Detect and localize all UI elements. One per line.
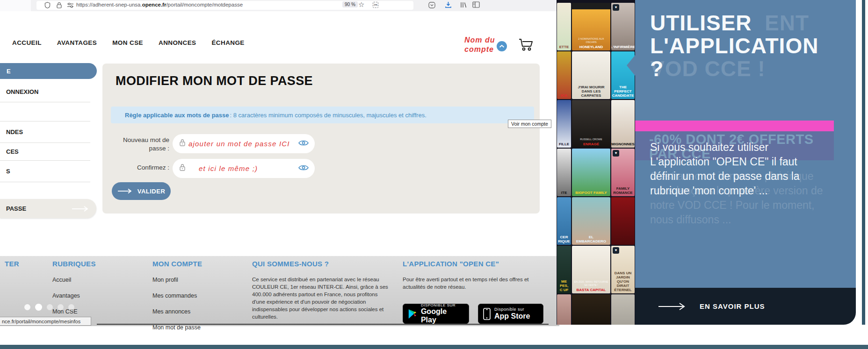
password-rule-info: Règle applicable aux mots de passe : 8 c…	[111, 107, 534, 123]
poster-title: EL EMBARCADERO	[573, 235, 609, 243]
permissions-icon[interactable]	[67, 2, 74, 10]
poster-item[interactable]	[611, 197, 635, 245]
lock-icon[interactable]	[57, 2, 62, 10]
account-name[interactable]: Nom ducompte	[464, 36, 495, 54]
promo-body-line: Si vous souhaitez utiliser	[650, 140, 800, 155]
sidebar-active-label: E	[7, 68, 11, 75]
poster-grid: ette2 NOMINATIONS AUX OSCARSHONEYLAND♥L'…	[557, 3, 635, 325]
sidebar-item-ces[interactable]: CES	[0, 143, 90, 161]
footer-moncompte-list: Mon profilMes commandesMes annoncesMon m…	[152, 277, 201, 340]
poster-title: HONEYLAND	[579, 45, 603, 49]
poster-mignonnes[interactable]: MIGNONNES	[611, 100, 635, 148]
pocket-icon[interactable]	[428, 2, 435, 10]
google-play-badge[interactable]: DISPONIBLE SURGoogle Play	[403, 304, 469, 324]
nav-item-accueil[interactable]: ACCUEIL	[12, 39, 42, 46]
download-icon[interactable]	[445, 1, 452, 10]
poster-j-irai-mourir-dans-les-carpates[interactable]: J'irai mourir dans les CarpAtes	[572, 51, 610, 99]
link-tooltip: Voir mon compte	[508, 120, 551, 128]
poster-title: ette	[559, 45, 569, 49]
poster-madre[interactable]: madre	[611, 294, 635, 325]
ghost-body-line: nous diffusons ...	[650, 213, 823, 227]
lock-icon	[179, 139, 186, 149]
new-password-field[interactable]: ajouter un mot de passe ICI	[173, 134, 315, 153]
submit-button[interactable]: VALIDER	[112, 182, 171, 200]
sidebar-menu: ONNEXIONNDESCESS	[0, 82, 90, 182]
poster-ip-man-4[interactable]: IP MAN 4	[572, 294, 610, 325]
nav-item-mon-cse[interactable]: MON CSE	[112, 39, 143, 46]
poster-enrag[interactable]: RUSSELL CROWEENRAGÉ	[572, 100, 610, 148]
promo-overlay-panel: ENTVOD CCE ! UTILISERL'APPLICATION? -60%…	[635, 0, 856, 288]
screenshot-icon[interactable]: ✂	[373, 2, 378, 8]
poster-basta-capital[interactable]: EN 2020, MANU RETOURNE SA VESTE !BASTA C…	[572, 246, 610, 293]
carousel-dot-2[interactable]	[35, 304, 42, 311]
arrow-right-icon	[117, 188, 133, 194]
poster-fille[interactable]: Fille	[557, 100, 571, 148]
app-store-badge[interactable]: Disponible surApp Store	[478, 304, 543, 324]
url-text[interactable]: https://adherent-snep-unsa.opence.fr/por…	[76, 2, 243, 7]
footer-link-avantages[interactable]: Avantages	[52, 292, 80, 299]
poster-e-femme[interactable]: E FEMME	[557, 294, 571, 325]
poster-ica[interactable]: ICA	[557, 51, 571, 99]
carousel-dot-3[interactable]	[47, 304, 53, 310]
carousel-prev-arrow[interactable]	[627, 55, 635, 76]
vod-poster-strip: ette2 NOMINATIONS AUX OSCARSHONEYLAND♥L'…	[557, 0, 635, 325]
favorite-heart-icon: ♥	[613, 4, 619, 11]
footer-link-mes-commandes[interactable]: Mes commandes	[152, 292, 201, 299]
sidebar-password-label: PASSE	[6, 205, 26, 212]
carousel-dot-4[interactable]	[58, 304, 64, 310]
poster-el-embarcadero[interactable]: EL EMBARCADERO	[572, 197, 610, 245]
library-icon[interactable]	[460, 1, 467, 10]
pink-highlight-bar	[635, 121, 834, 131]
chevron-up-icon[interactable]	[497, 41, 507, 51]
nav-item-avantages[interactable]: AVANTAGES	[57, 39, 97, 46]
shield-icon[interactable]	[44, 2, 51, 10]
poster-title: BASTA CAPITAL	[577, 288, 606, 292]
poster-l-infirmi-re[interactable]: ♥L'INFIRMIÈRE	[611, 3, 635, 50]
zoom-level-indicator[interactable]: 90 %	[342, 1, 358, 7]
footer-link-mon-profil[interactable]: Mon profil	[152, 277, 201, 283]
carousel-dots	[24, 304, 74, 311]
poster-cer-rique[interactable]: CER RIQUE	[557, 197, 571, 245]
poster-bigfoot-family[interactable]: BIGFOOT FAMILY	[572, 149, 610, 196]
nav-item-change[interactable]: ÉCHANGE	[211, 39, 244, 46]
cart-icon[interactable]	[517, 37, 535, 54]
nav-item-annonces[interactable]: ANNONCES	[159, 39, 196, 46]
show-password-icon[interactable]	[298, 164, 309, 173]
footer-link-accueil[interactable]: Accueil	[52, 277, 80, 283]
poster-title: DANS UN JARDIN QU'ON DIRAIT ÉTERNEL	[613, 271, 633, 292]
footer-col-rubriques-header: RUBRIQUES	[52, 260, 96, 268]
bookmark-star-icon[interactable]: ☆	[358, 1, 364, 7]
poster-me-pes-c-uf[interactable]: ME PES, C UF	[557, 246, 571, 293]
confirm-password-field[interactable]: et ici le même ;)	[173, 159, 315, 178]
bottom-bar	[0, 345, 868, 349]
poster-ite[interactable]: ITE	[557, 149, 571, 196]
poster-title: Fille	[559, 142, 569, 146]
carousel-dot-5[interactable]	[68, 304, 74, 310]
screenshot-root: https://adherent-snep-unsa.opence.fr/por…	[0, 0, 868, 349]
sidebar-item-1[interactable]	[0, 102, 90, 121]
footer-link-mon-mot-de-passe[interactable]: Mon mot de passe	[152, 324, 201, 331]
poster-honeyland[interactable]: 2 NOMINATIONS AUX OSCARSHONEYLAND	[572, 3, 610, 50]
sidebar-item-onnexion[interactable]: ONNEXION	[0, 82, 90, 102]
arrow-right-icon	[71, 206, 90, 212]
poster-title: THE PERFECT CANDIDATE	[612, 85, 634, 98]
promo-body-text: Si vous souhaitez utiliserL'application …	[650, 140, 800, 198]
sidebar-item-ndes[interactable]: NDES	[0, 121, 90, 143]
poster-title: ME PES, C UF	[558, 279, 570, 292]
promo-headline: UTILISERL'APPLICATION?	[650, 10, 818, 79]
google-play-icon	[408, 309, 417, 319]
carousel-dot-1[interactable]	[24, 304, 30, 310]
window-edge-line	[862, 0, 865, 325]
sidebar-toggle-icon[interactable]	[472, 1, 480, 10]
sidebar-active-item[interactable]: E	[0, 63, 97, 79]
poster-title: MIGNONNES	[611, 142, 634, 146]
show-password-icon[interactable]	[298, 139, 309, 149]
poster-family-romance[interactable]: ♥FAMILY ROMANCE	[611, 149, 635, 196]
poster-ette[interactable]: ette	[557, 3, 571, 50]
sidebar-item-s[interactable]: S	[0, 161, 90, 182]
poster-dans-un-jardin-qu-on-dirait-ternel[interactable]: ♥DANS UN JARDIN QU'ON DIRAIT ÉTERNEL	[611, 246, 635, 293]
en-savoir-plus-button[interactable]: EN SAVOIR PLUS	[635, 288, 856, 325]
sidebar-item-password[interactable]: PASSE	[0, 199, 96, 218]
footer-col-moncompte-header: MON COMPTE	[152, 260, 202, 268]
footer-link-mes-annonces[interactable]: Mes annonces	[152, 308, 201, 315]
